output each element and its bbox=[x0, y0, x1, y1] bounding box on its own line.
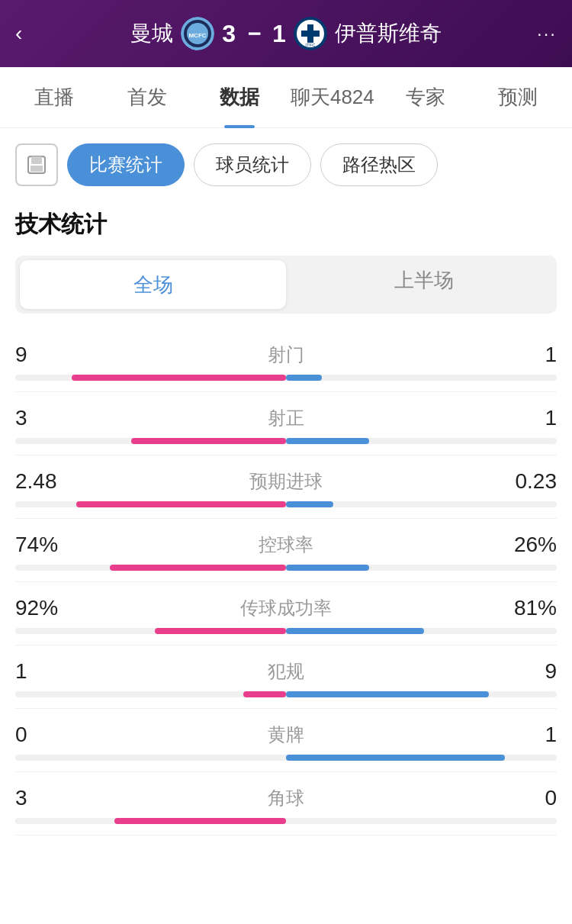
stat-row: 3角球0 bbox=[15, 772, 557, 835]
stat-right-value: 9 bbox=[496, 659, 557, 684]
stat-bar-left bbox=[243, 691, 286, 697]
stat-left-value: 3 bbox=[15, 786, 76, 810]
sub-tabs-container: 比赛统计 球员统计 路径热区 bbox=[0, 128, 572, 194]
stat-bar-right bbox=[286, 501, 333, 507]
stat-right-value: 1 bbox=[496, 406, 557, 430]
stat-right-value: 81% bbox=[496, 596, 557, 620]
stat-left-value: 3 bbox=[15, 406, 76, 430]
stat-name: 角球 bbox=[268, 786, 304, 810]
score-separator: － bbox=[242, 17, 266, 50]
tab-chat[interactable]: 聊天4824 bbox=[286, 67, 379, 128]
tab-live[interactable]: 直播 bbox=[8, 67, 101, 128]
stat-row: 9射门1 bbox=[15, 329, 557, 392]
stat-row: 92%传球成功率81% bbox=[15, 582, 557, 646]
stat-bar-left bbox=[76, 501, 286, 507]
stat-right-value: 26% bbox=[496, 533, 557, 557]
period-selector: 全场 上半场 bbox=[15, 256, 557, 314]
svg-text:ITFC: ITFC bbox=[305, 43, 316, 47]
stat-bar-track bbox=[15, 438, 557, 444]
stat-bar-track bbox=[15, 755, 557, 761]
stat-name: 射正 bbox=[268, 406, 304, 430]
stat-bar-right bbox=[286, 628, 424, 634]
stat-bar-left bbox=[114, 818, 286, 824]
stat-row: 3射正1 bbox=[15, 392, 557, 456]
stat-bar-right bbox=[286, 691, 489, 697]
period-full[interactable]: 全场 bbox=[20, 260, 286, 309]
sub-tab-match-stats[interactable]: 比赛统计 bbox=[67, 143, 185, 186]
home-score: 3 bbox=[222, 20, 236, 48]
main-tabs: 直播 首发 数据 聊天4824 专家 预测 bbox=[0, 67, 572, 128]
stat-left-value: 1 bbox=[15, 659, 76, 684]
stat-left-value: 74% bbox=[15, 533, 76, 557]
away-score: 1 bbox=[272, 20, 286, 48]
stat-row: 0黄牌1 bbox=[15, 709, 557, 772]
home-team-logo: MCFC bbox=[181, 17, 214, 50]
stats-container: 9射门13射正12.48预期进球0.2374%控球率26%92%传球成功率81%… bbox=[0, 329, 572, 835]
stat-right-value: 1 bbox=[496, 343, 557, 367]
stat-row: 74%控球率26% bbox=[15, 519, 557, 582]
save-icon-button[interactable] bbox=[15, 143, 58, 186]
sub-tab-player-stats[interactable]: 球员统计 bbox=[194, 143, 311, 186]
stat-bar-left bbox=[131, 438, 286, 444]
match-info: 曼城 MCFC 3 － 1 ITFC 伊普斯维奇 bbox=[46, 17, 526, 50]
stat-bar-left bbox=[110, 565, 286, 571]
stat-left-value: 9 bbox=[15, 343, 76, 367]
stat-name: 预期进球 bbox=[249, 469, 323, 494]
match-header: ‹ 曼城 MCFC 3 － 1 ITFC 伊普斯 bbox=[0, 0, 572, 67]
stat-name: 犯规 bbox=[268, 659, 304, 684]
stat-bar-left bbox=[155, 628, 286, 634]
stat-bar-track bbox=[15, 375, 557, 381]
stat-name: 黄牌 bbox=[268, 723, 304, 747]
stat-bar-track bbox=[15, 691, 557, 697]
away-team-logo: ITFC bbox=[294, 17, 327, 50]
stat-left-value: 0 bbox=[15, 723, 76, 747]
stat-bar-left bbox=[72, 375, 286, 381]
stat-bar-right bbox=[286, 755, 505, 761]
stat-row: 1犯规9 bbox=[15, 646, 557, 709]
tab-predict[interactable]: 预测 bbox=[471, 67, 564, 128]
stat-right-value: 1 bbox=[496, 723, 557, 747]
svg-text:MCFC: MCFC bbox=[189, 32, 207, 39]
stat-name: 控球率 bbox=[259, 533, 313, 557]
svg-rect-10 bbox=[31, 156, 42, 164]
period-first-half[interactable]: 上半场 bbox=[291, 256, 557, 304]
stat-right-value: 0.23 bbox=[496, 469, 557, 494]
stat-bar-right bbox=[286, 438, 369, 444]
match-score: 3 － 1 bbox=[222, 17, 286, 50]
stat-name: 传球成功率 bbox=[240, 596, 332, 620]
tab-lineup[interactable]: 首发 bbox=[101, 67, 194, 128]
stat-bar-track bbox=[15, 565, 557, 571]
more-button[interactable]: ··· bbox=[526, 23, 557, 44]
stat-bar-track bbox=[15, 501, 557, 507]
stat-bar-track bbox=[15, 818, 557, 824]
sub-tab-heatmap[interactable]: 路径热区 bbox=[320, 143, 438, 186]
home-team-name: 曼城 bbox=[130, 19, 173, 48]
stat-right-value: 0 bbox=[496, 786, 557, 810]
away-team-name: 伊普斯维奇 bbox=[335, 19, 442, 48]
tab-data[interactable]: 数据 bbox=[193, 67, 286, 128]
stat-bar-track bbox=[15, 628, 557, 634]
back-button[interactable]: ‹ bbox=[15, 21, 46, 46]
stat-row: 2.48预期进球0.23 bbox=[15, 456, 557, 519]
stat-bar-right bbox=[286, 565, 369, 571]
section-title: 技术统计 bbox=[0, 194, 572, 248]
svg-rect-11 bbox=[31, 166, 43, 172]
stat-name: 射门 bbox=[268, 343, 304, 367]
stat-left-value: 2.48 bbox=[15, 469, 76, 494]
stat-left-value: 92% bbox=[15, 596, 76, 620]
tab-expert[interactable]: 专家 bbox=[379, 67, 472, 128]
stat-bar-right bbox=[286, 375, 322, 381]
svg-rect-7 bbox=[307, 24, 313, 43]
